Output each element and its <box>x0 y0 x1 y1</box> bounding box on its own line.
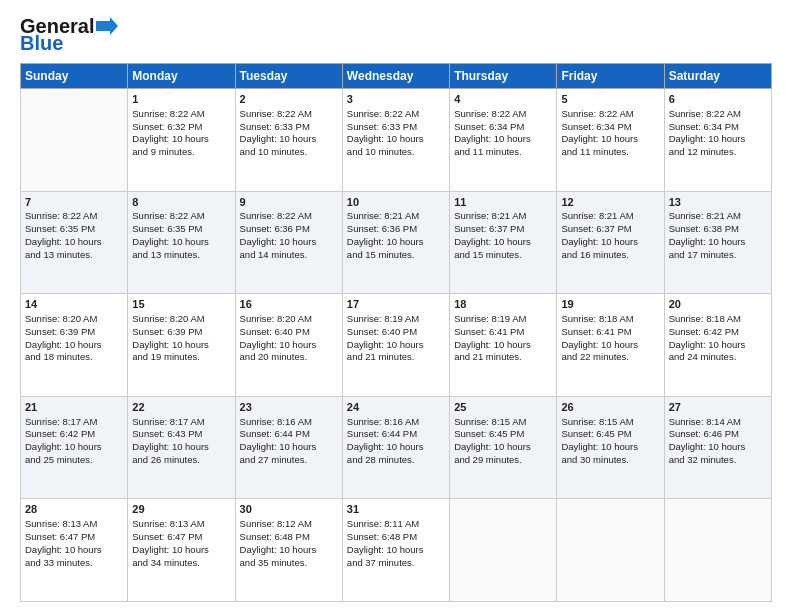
day-info: Sunset: 6:45 PM <box>561 428 659 441</box>
day-number: 7 <box>25 195 123 210</box>
calendar-cell: 2Sunrise: 8:22 AMSunset: 6:33 PMDaylight… <box>235 89 342 192</box>
day-info: Daylight: 10 hours <box>454 236 552 249</box>
week-row-2: 7Sunrise: 8:22 AMSunset: 6:35 PMDaylight… <box>21 191 772 294</box>
day-info: and 21 minutes. <box>347 351 445 364</box>
calendar-cell <box>450 499 557 602</box>
day-info: Sunrise: 8:22 AM <box>454 108 552 121</box>
day-info: and 20 minutes. <box>240 351 338 364</box>
weekday-wednesday: Wednesday <box>342 64 449 89</box>
day-info: Sunrise: 8:19 AM <box>347 313 445 326</box>
day-info: Daylight: 10 hours <box>132 441 230 454</box>
day-info: and 22 minutes. <box>561 351 659 364</box>
day-info: Daylight: 10 hours <box>454 133 552 146</box>
calendar-cell: 1Sunrise: 8:22 AMSunset: 6:32 PMDaylight… <box>128 89 235 192</box>
day-info: Daylight: 10 hours <box>454 339 552 352</box>
day-info: Daylight: 10 hours <box>240 236 338 249</box>
weekday-saturday: Saturday <box>664 64 771 89</box>
day-info: Sunrise: 8:20 AM <box>132 313 230 326</box>
calendar-cell <box>557 499 664 602</box>
calendar-cell: 19Sunrise: 8:18 AMSunset: 6:41 PMDayligh… <box>557 294 664 397</box>
day-info: Sunrise: 8:15 AM <box>561 416 659 429</box>
day-info: Daylight: 10 hours <box>25 236 123 249</box>
day-info: Sunrise: 8:11 AM <box>347 518 445 531</box>
day-info: Daylight: 10 hours <box>561 133 659 146</box>
calendar-cell: 17Sunrise: 8:19 AMSunset: 6:40 PMDayligh… <box>342 294 449 397</box>
calendar-cell: 28Sunrise: 8:13 AMSunset: 6:47 PMDayligh… <box>21 499 128 602</box>
week-row-5: 28Sunrise: 8:13 AMSunset: 6:47 PMDayligh… <box>21 499 772 602</box>
day-info: Sunrise: 8:21 AM <box>561 210 659 223</box>
logo-blue: Blue <box>20 32 63 55</box>
day-number: 27 <box>669 400 767 415</box>
day-info: Daylight: 10 hours <box>240 339 338 352</box>
day-number: 15 <box>132 297 230 312</box>
day-info: Sunset: 6:34 PM <box>561 121 659 134</box>
weekday-friday: Friday <box>557 64 664 89</box>
day-info: Sunrise: 8:22 AM <box>132 210 230 223</box>
day-info: and 13 minutes. <box>25 249 123 262</box>
day-number: 26 <box>561 400 659 415</box>
day-info: and 26 minutes. <box>132 454 230 467</box>
day-number: 28 <box>25 502 123 517</box>
day-info: Sunrise: 8:21 AM <box>669 210 767 223</box>
day-info: Sunrise: 8:17 AM <box>132 416 230 429</box>
calendar-cell: 16Sunrise: 8:20 AMSunset: 6:40 PMDayligh… <box>235 294 342 397</box>
day-number: 16 <box>240 297 338 312</box>
day-info: Sunset: 6:38 PM <box>669 223 767 236</box>
calendar-cell: 11Sunrise: 8:21 AMSunset: 6:37 PMDayligh… <box>450 191 557 294</box>
day-info: Sunset: 6:33 PM <box>240 121 338 134</box>
calendar-cell: 25Sunrise: 8:15 AMSunset: 6:45 PMDayligh… <box>450 396 557 499</box>
day-info: Sunrise: 8:13 AM <box>132 518 230 531</box>
day-info: Sunset: 6:35 PM <box>25 223 123 236</box>
calendar-cell: 12Sunrise: 8:21 AMSunset: 6:37 PMDayligh… <box>557 191 664 294</box>
day-info: and 13 minutes. <box>132 249 230 262</box>
week-row-1: 1Sunrise: 8:22 AMSunset: 6:32 PMDaylight… <box>21 89 772 192</box>
day-number: 9 <box>240 195 338 210</box>
day-info: Sunset: 6:33 PM <box>347 121 445 134</box>
svg-marker-0 <box>96 17 118 35</box>
day-number: 8 <box>132 195 230 210</box>
day-info: Sunset: 6:44 PM <box>347 428 445 441</box>
calendar-cell: 24Sunrise: 8:16 AMSunset: 6:44 PMDayligh… <box>342 396 449 499</box>
day-info: and 9 minutes. <box>132 146 230 159</box>
day-info: and 19 minutes. <box>132 351 230 364</box>
day-info: Sunset: 6:34 PM <box>454 121 552 134</box>
day-number: 5 <box>561 92 659 107</box>
day-number: 20 <box>669 297 767 312</box>
day-info: Daylight: 10 hours <box>132 133 230 146</box>
day-info: Sunrise: 8:13 AM <box>25 518 123 531</box>
day-info: Sunrise: 8:22 AM <box>240 108 338 121</box>
day-number: 2 <box>240 92 338 107</box>
day-number: 14 <box>25 297 123 312</box>
day-number: 6 <box>669 92 767 107</box>
day-info: Sunset: 6:44 PM <box>240 428 338 441</box>
day-info: Sunrise: 8:15 AM <box>454 416 552 429</box>
day-info: Sunrise: 8:14 AM <box>669 416 767 429</box>
day-number: 13 <box>669 195 767 210</box>
day-number: 19 <box>561 297 659 312</box>
day-info: Daylight: 10 hours <box>240 133 338 146</box>
day-number: 23 <box>240 400 338 415</box>
day-number: 4 <box>454 92 552 107</box>
day-info: and 27 minutes. <box>240 454 338 467</box>
day-info: Sunrise: 8:21 AM <box>347 210 445 223</box>
day-info: and 34 minutes. <box>132 557 230 570</box>
day-number: 30 <box>240 502 338 517</box>
day-number: 29 <box>132 502 230 517</box>
day-number: 10 <box>347 195 445 210</box>
calendar-cell: 21Sunrise: 8:17 AMSunset: 6:42 PMDayligh… <box>21 396 128 499</box>
day-info: Daylight: 10 hours <box>347 339 445 352</box>
week-row-4: 21Sunrise: 8:17 AMSunset: 6:42 PMDayligh… <box>21 396 772 499</box>
day-info: Sunset: 6:47 PM <box>25 531 123 544</box>
day-number: 22 <box>132 400 230 415</box>
day-number: 25 <box>454 400 552 415</box>
day-info: Daylight: 10 hours <box>454 441 552 454</box>
day-info: and 24 minutes. <box>669 351 767 364</box>
day-info: Sunrise: 8:22 AM <box>132 108 230 121</box>
day-info: Daylight: 10 hours <box>347 236 445 249</box>
day-info: and 30 minutes. <box>561 454 659 467</box>
day-info: Sunset: 6:40 PM <box>240 326 338 339</box>
weekday-monday: Monday <box>128 64 235 89</box>
day-info: Sunset: 6:42 PM <box>25 428 123 441</box>
day-info: Sunset: 6:43 PM <box>132 428 230 441</box>
logo: General Blue <box>20 16 118 55</box>
